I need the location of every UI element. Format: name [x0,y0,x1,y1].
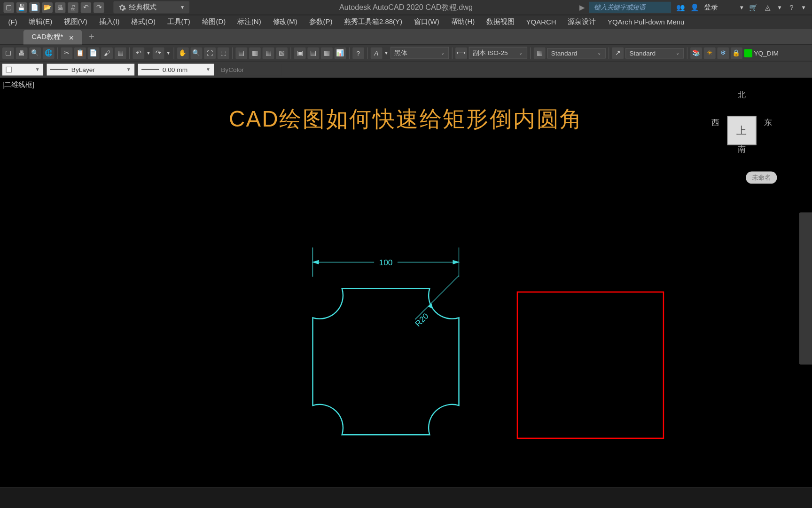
viewcube-top[interactable]: 上 [727,116,757,145]
linetype-combo[interactable]: ByLayer ▼ [47,64,135,75]
preview-icon[interactable]: 🔍 [29,47,41,59]
menu-yuanquan[interactable]: 源泉设计 [562,16,602,28]
qat-print-icon[interactable]: 🖨 [68,2,78,12]
qat-new-icon[interactable]: ▢ [3,2,14,12]
pan-icon[interactable]: ✋ [177,47,189,59]
viewcube-west[interactable]: 西 [711,118,719,128]
qat-saveas-icon[interactable]: 📄 [29,2,39,12]
cart-icon[interactable]: 🛒 [749,3,758,12]
menu-yqarch-pulldown[interactable]: YQArch Pull-down Menu [602,16,690,27]
menu-draw[interactable]: 绘图(D) [196,16,231,28]
print-icon[interactable]: 🖶 [16,47,28,59]
zoom-extents-icon[interactable]: ⬚ [218,47,229,59]
chevron-down-icon[interactable]: ▼ [166,50,171,56]
login-button[interactable]: 登录 [704,2,718,12]
plotstyle-combo[interactable]: ByColor [218,64,282,75]
layer-mgr-icon[interactable]: 📚 [690,47,702,59]
qat-open-icon[interactable]: 📂 [42,2,53,12]
workspace-dropdown[interactable]: 经典模式 ▼ [113,1,189,13]
chevron-down-icon[interactable]: ▼ [801,4,806,10]
paste-icon[interactable]: 📄 [88,47,100,59]
qat-save-icon[interactable]: 💾 [16,2,27,12]
chevron-down-icon[interactable]: ▼ [777,4,782,10]
new-icon[interactable]: ▢ [2,47,14,59]
mleader-icon[interactable]: ↗ [612,47,624,59]
layer-icon[interactable]: ▤ [235,47,247,59]
lock-icon[interactable]: 🔒 [731,47,742,59]
ucs-unnamed-badge[interactable]: 未命名 [746,171,777,183]
cut-icon[interactable]: ✂ [61,47,72,59]
layer-name[interactable]: YQ_DIM [754,49,778,56]
help-icon[interactable]: ? [352,47,364,59]
ssm-icon[interactable]: 📊 [334,47,346,59]
drawing-area[interactable]: [二维线框] CAD绘图如何快速给矩形倒内圆角 100 R20 [0,77,812,487]
tp-icon[interactable]: ▦ [321,47,333,59]
layer4-icon[interactable]: ▧ [276,47,288,59]
properties-bar: ▼ ByLayer ▼ 0.00 mm ▼ ByColor [0,61,812,77]
menu-yanxiu[interactable]: 燕秀工具箱2.88(Y) [338,16,408,28]
menu-edit[interactable]: 编辑(E) [23,16,58,28]
menu-parametric[interactable]: 参数(P) [303,16,338,28]
chevron-down-icon[interactable]: ▼ [739,4,744,10]
qat-plot-icon[interactable]: 🖶 [55,2,65,12]
props-icon[interactable]: ▣ [294,47,306,59]
menu-insert[interactable]: 插入(I) [93,16,125,28]
user-icon[interactable]: 👤 [690,3,699,12]
redo-icon[interactable]: ↷ [153,47,164,59]
menu-modify[interactable]: 修改(M) [267,16,303,28]
match-icon[interactable]: 🖌 [101,47,113,59]
menu-window[interactable]: 窗口(W) [408,16,445,28]
color-combo[interactable]: ▼ [2,64,43,75]
arrow-right-icon[interactable]: ▶ [579,3,585,11]
keyword-search-input[interactable]: 键入关键字或短语 [589,2,671,13]
tablestyle-dropdown[interactable]: Standard ⌄ [625,48,684,58]
viewcube-south[interactable]: 南 [738,144,746,155]
a360-icon[interactable]: ◬ [763,3,773,12]
text-style-icon[interactable]: A [371,47,383,59]
menu-view[interactable]: 视图(V) [58,16,94,28]
dim-icon[interactable]: ⟷ [455,47,467,59]
menu-tools[interactable]: 工具(T) [161,16,196,28]
separator [173,47,174,59]
font-dropdown[interactable]: 黑体 ⌄ [390,47,449,59]
file-tab-active[interactable]: CAD教程* × [23,30,82,44]
share-icon[interactable]: 👥 [676,3,685,12]
command-window[interactable]: –✕ S 英 🌙 ⋯ [0,487,812,508]
sun-icon[interactable]: ☀ [703,47,715,59]
gear-icon [118,3,126,11]
color-swatch[interactable] [744,49,752,57]
copy-icon[interactable]: 📋 [74,47,86,59]
table-icon[interactable]: ▦ [533,47,545,59]
close-icon[interactable]: × [69,32,74,42]
qat-undo-icon[interactable]: ↶ [81,2,91,12]
viewcube-north[interactable]: 北 [738,89,746,100]
zoom-icon[interactable]: 🔍 [190,47,202,59]
chevron-down-icon[interactable]: ▼ [146,50,151,56]
dimstyle-dropdown[interactable]: 副本 ISO-25 ⌄ [468,47,527,59]
layer3-icon[interactable]: ▦ [262,47,274,59]
viewcube[interactable]: 北 南 东 西 上 [707,89,777,171]
new-tab-button[interactable]: + [89,32,94,44]
lineweight-combo[interactable]: 0.00 mm ▼ [138,64,214,75]
menu-dataview[interactable]: 数据视图 [481,16,521,28]
qat-redo-icon[interactable]: ↷ [94,2,104,12]
separator [290,47,291,59]
dc-icon[interactable]: ▤ [307,47,319,59]
visual-style-label[interactable]: [二维线框] [2,80,34,90]
layer2-icon[interactable]: ▥ [249,47,261,59]
help-icon[interactable]: ? [787,3,796,12]
menu-dimension[interactable]: 标注(N) [232,16,267,28]
zoom-window-icon[interactable]: ⛶ [204,47,216,59]
freeze-icon[interactable]: ❄ [717,47,729,59]
block-icon[interactable]: ▦ [115,47,126,59]
navigation-bar[interactable] [799,213,812,365]
chevron-down-icon[interactable]: ▼ [384,50,389,56]
menu-format[interactable]: 格式(O) [125,16,161,28]
undo-icon[interactable]: ↶ [133,47,144,59]
publish-icon[interactable]: 🌐 [43,47,55,59]
menu-file[interactable]: (F) [2,16,23,27]
viewcube-east[interactable]: 东 [764,118,772,128]
menu-yqarch[interactable]: YQARCH [520,16,562,27]
textstyle-dropdown[interactable]: Standard ⌄ [547,48,605,58]
menu-help[interactable]: 帮助(H) [445,16,480,28]
